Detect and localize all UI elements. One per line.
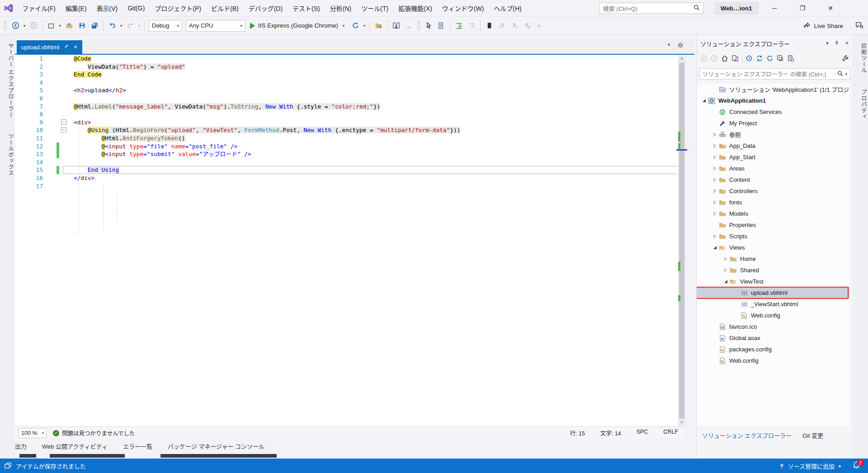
expand-icon[interactable] [711, 189, 718, 193]
new-project-button[interactable] [45, 19, 57, 32]
tree-item[interactable]: 参照 [697, 129, 849, 140]
new-project-dropdown[interactable]: ▾ [57, 24, 63, 28]
clear-bookmarks-button[interactable] [521, 19, 533, 32]
select-element-button[interactable] [423, 19, 434, 32]
code-line[interactable]: 13@<input type="submit" value="アップロード" /… [15, 150, 685, 158]
chevron-down-icon[interactable]: ▾ [826, 40, 829, 47]
menu-item[interactable]: 拡張機能(X) [393, 0, 437, 16]
solution-config-combobox[interactable]: Debug ▾ [149, 20, 182, 32]
show-all-files-icon[interactable] [787, 55, 794, 64]
tree-item[interactable]: Controllers [697, 185, 849, 197]
expand-icon[interactable] [711, 178, 718, 182]
scroll-up-arrow[interactable]: ▲ [678, 55, 685, 62]
line-indicator[interactable]: 行: 15 [570, 429, 585, 437]
navigate-forward-button[interactable] [28, 19, 39, 32]
undo-dropdown[interactable]: ▾ [118, 24, 124, 28]
close-tab-icon[interactable]: ✕ [73, 44, 78, 50]
toolbar-overflow[interactable]: ▿ [536, 24, 542, 28]
undo-button[interactable] [106, 19, 118, 32]
tool-window-tab[interactable]: ツールボックス [0, 129, 15, 181]
tree-item[interactable]: My Project [697, 118, 849, 129]
code-editor[interactable]: 1@Code2ViewData("Title") = "upload"3End … [15, 55, 685, 426]
tree-item[interactable]: Views [697, 242, 849, 253]
home-icon[interactable] [721, 55, 728, 64]
navigate-forward-icon[interactable] [711, 55, 718, 64]
tree-item[interactable]: ソリューション 'WebApplication1' (1/1 プロジェクト) [697, 84, 849, 95]
code-line[interactable]: 2ViewData("Title") = "upload" [15, 63, 685, 71]
menu-item[interactable]: ビルド(B) [206, 0, 244, 16]
decrease-indent-button[interactable] [453, 19, 465, 32]
code-line[interactable]: 16</div> [15, 174, 685, 182]
pending-changes-filter-icon[interactable] [745, 55, 753, 64]
refresh-browser-button[interactable] [349, 19, 361, 32]
menu-item[interactable]: テスト(S) [288, 0, 325, 16]
menu-item[interactable]: ファイル(F) [17, 0, 61, 16]
tree-item[interactable]: fonts [697, 197, 849, 208]
document-tab-upload-vbhtml[interactable]: upload.vbhtml ✕ [17, 40, 82, 54]
code-line[interactable]: 1@Code [15, 55, 685, 63]
collapse-icon[interactable] [711, 246, 718, 250]
live-share-button[interactable]: Live Share [803, 22, 843, 30]
tree-item[interactable]: Connected Services [697, 106, 849, 118]
menu-item[interactable]: 表示(V) [92, 0, 123, 16]
tree-item[interactable]: App_Data [697, 140, 849, 151]
solution-platform-combobox[interactable]: Any CPU ▾ [186, 20, 245, 32]
add-to-source-control-button[interactable]: ソース管理に追加 ▲ [779, 462, 842, 470]
refresh-icon[interactable] [766, 55, 774, 64]
tree-item[interactable]: WebApplication1 [697, 95, 849, 106]
editor-vertical-scrollbar[interactable]: ▲ ▼ [678, 55, 685, 426]
sync-with-active-document-icon[interactable] [756, 55, 763, 64]
menu-item[interactable]: ウィンドウ(W) [437, 0, 489, 16]
tree-item[interactable]: [@]_ViewStart.vbhtml [697, 298, 849, 310]
expand-icon[interactable] [711, 144, 718, 148]
tree-item[interactable]: Shared [697, 265, 849, 276]
redo-button[interactable] [124, 19, 136, 32]
minimize-button[interactable]: ─ [764, 0, 785, 16]
open-file-button[interactable] [63, 19, 75, 32]
code-line[interactable]: 3End Code [15, 71, 685, 79]
scroll-down-arrow[interactable]: ▼ [678, 419, 685, 426]
code-line[interactable]: 11@Html.AntiForgeryToken() [15, 134, 685, 142]
tree-item[interactable]: Properties [697, 219, 849, 231]
code-line[interactable]: 7@Html.Label("message_label", ViewData("… [15, 103, 685, 111]
code-line[interactable]: 17 [15, 182, 685, 190]
next-bookmark-button[interactable] [509, 19, 520, 32]
menu-item[interactable]: Git(G) [123, 0, 150, 16]
tab-well-options-gear-icon[interactable] [677, 42, 684, 50]
pin-icon[interactable] [834, 40, 840, 47]
tree-item[interactable]: Content [697, 174, 849, 185]
navigate-back-button[interactable] [9, 19, 21, 32]
code-line[interactable]: 14 [15, 158, 685, 166]
tree-item[interactable]: favicon.ico [697, 321, 849, 332]
document-health-indicator[interactable]: ✓ 問題は見つかりませんでした [53, 429, 135, 437]
properties-wrench-icon[interactable] [842, 55, 849, 64]
tool-window-tab[interactable]: Git 変更 [802, 431, 823, 440]
expand-icon[interactable] [722, 257, 729, 261]
close-button[interactable]: ✕ [820, 0, 841, 16]
code-line[interactable]: 10@Using (Html.BeginForm("upload", "View… [15, 126, 685, 134]
collapse-region-icon[interactable] [59, 118, 68, 127]
tree-item[interactable]: ViewTest [697, 276, 849, 287]
redo-dropdown[interactable]: ▾ [137, 24, 142, 28]
tree-item[interactable]: Global.asax [697, 332, 849, 344]
menu-item[interactable]: ヘルプ(H) [489, 0, 526, 16]
restore-button[interactable]: ❐ [792, 0, 813, 16]
expand-icon[interactable] [711, 132, 718, 137]
find-in-files-button[interactable] [373, 19, 384, 32]
bottom-panel-tab[interactable]: Web 公開アクティビティ [42, 442, 108, 450]
code-line[interactable]: 12@<input type="file" name="post_file" /… [15, 142, 685, 151]
tree-item[interactable]: Web.config [697, 310, 849, 321]
tool-window-tab[interactable]: プロパティ [853, 85, 868, 124]
bottom-panel-tab[interactable]: エラー一覧 [123, 442, 152, 450]
collapse-icon[interactable] [700, 99, 708, 103]
tool-window-tab[interactable]: サーバー エクスプローラー [0, 38, 15, 123]
run-target-dropdown[interactable]: ▾ [341, 24, 346, 28]
code-line[interactable]: 6 [15, 95, 685, 103]
expand-icon[interactable] [711, 155, 718, 159]
save-all-button[interactable] [89, 19, 100, 32]
document-outline-button[interactable] [435, 19, 447, 32]
code-line[interactable]: 15End Using [15, 166, 685, 174]
tab-list-dropdown-icon[interactable]: ▾ [668, 42, 670, 50]
tree-item[interactable]: [@]upload.vbhtml [697, 287, 849, 298]
switch-views-icon[interactable] [731, 55, 739, 64]
